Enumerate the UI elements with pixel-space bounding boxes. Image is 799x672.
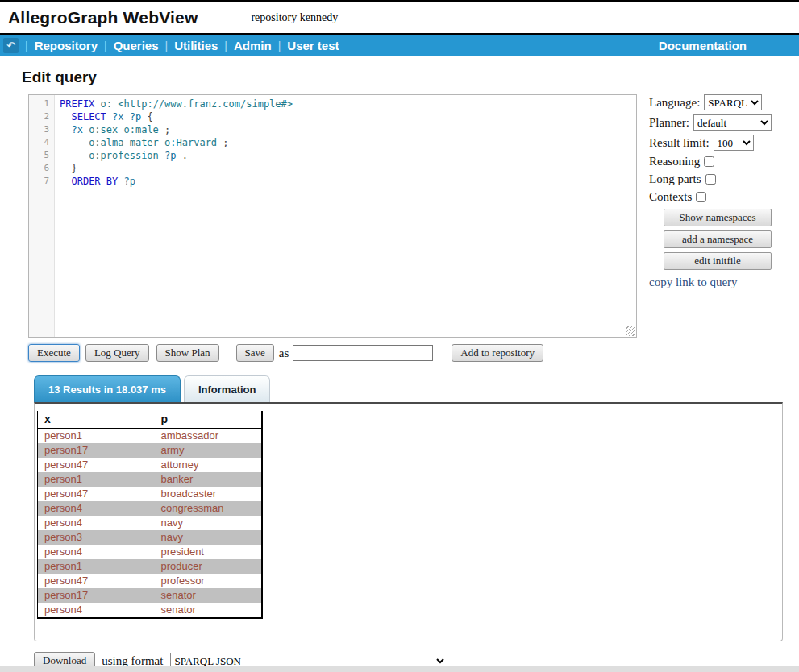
add-to-repository-button[interactable]: Add to repository [452,344,543,362]
result-limit-label: Result limit: [649,136,710,150]
line-number: 2 [29,110,55,123]
show-plan-button[interactable]: Show Plan [156,344,219,362]
result-row: person47professor [38,574,262,588]
code-line: 4 o:alma-mater o:Harvard ; [29,136,636,149]
result-cell[interactable]: navy [155,516,262,530]
results-header-row: xp [38,411,262,429]
result-cell[interactable]: person4 [38,603,155,618]
nav-separator: | [278,39,281,52]
back-icon[interactable]: ↶ [3,38,19,53]
language-select[interactable]: SPARQL [704,94,762,110]
code-line: 5 o:profession ?p . [29,149,636,162]
result-cell[interactable]: person47 [38,487,155,501]
result-cell[interactable]: person17 [38,443,155,458]
contexts-label: Contexts [649,190,692,204]
code-text: PREFIX o: <http://www.franz.com/simple#> [55,97,293,110]
nav-separator: | [104,39,107,52]
result-row: person1ambassador [38,429,262,444]
long-parts-checkbox[interactable] [705,174,716,185]
result-row: person47broadcaster [38,487,262,501]
result-cell[interactable]: person1 [38,559,155,574]
edit-initfile-button[interactable]: edit initfile [664,252,772,270]
nav-item-documentation[interactable]: Documentation [659,39,747,52]
result-cell[interactable]: producer [155,559,262,574]
repository-label: repository kennedy [251,11,338,24]
line-number: 3 [29,123,55,136]
line-number: 6 [29,162,55,175]
code-line: 6 } [29,162,636,175]
nav-item-admin[interactable]: Admin [234,39,272,52]
page-title: Edit query [22,68,799,86]
result-cell[interactable]: congressman [155,501,262,516]
result-cell[interactable]: person4 [38,545,155,559]
result-cell[interactable]: navy [155,530,262,545]
result-cell[interactable]: attorney [155,458,262,472]
result-row: person4senator [38,603,262,618]
result-cell[interactable]: person1 [38,472,155,487]
nav-separator: | [224,39,227,52]
nav-item-user-test[interactable]: User test [287,39,339,52]
code-lines: 1PREFIX o: <http://www.franz.com/simple#… [29,95,636,188]
result-cell[interactable]: person4 [38,516,155,530]
code-line: 3 ?x o:sex o:male ; [29,123,636,136]
language-label: Language: [649,96,700,110]
result-row: person4navy [38,516,262,530]
nav-item-repository[interactable]: Repository [35,39,98,52]
result-cell[interactable]: senator [155,588,262,603]
code-text: ORDER BY ?p [55,175,135,188]
nav-bar: ↶ |Repository|Queries|Utilities|Admin|Us… [0,35,799,56]
result-cell[interactable]: person17 [38,588,155,603]
result-cell[interactable]: person47 [38,458,155,472]
add-a-namespace-button[interactable]: add a namespace [664,230,772,248]
planner-select[interactable]: default [693,114,772,131]
result-cell[interactable]: broadcaster [155,487,262,501]
nav-separator: | [165,39,169,52]
show-namespaces-button[interactable]: Show namespaces [664,209,772,226]
column-header-p: p [155,411,262,429]
save-button[interactable]: Save [236,344,274,362]
tab-results[interactable]: 13 Results in 18.037 ms [34,375,181,402]
results-tabs: 13 Results in 18.037 ms Information [34,375,799,402]
result-row: person4president [38,545,262,559]
nav-items: |Repository|Queries|Utilities|Admin|User… [19,39,339,52]
nav-item-queries[interactable]: Queries [114,39,159,52]
result-limit-select[interactable]: 100 [714,135,754,151]
code-text: SELECT ?x ?p { [55,110,153,123]
result-row: person47attorney [38,458,262,472]
nav-separator: | [25,39,28,52]
result-row: person1producer [38,559,262,574]
result-cell[interactable]: person47 [38,574,155,588]
result-cell[interactable]: senator [155,603,262,618]
result-row: person4congressman [38,501,262,516]
query-editor[interactable]: 1PREFIX o: <http://www.franz.com/simple#… [28,94,637,338]
result-cell[interactable]: person1 [38,429,155,444]
result-cell[interactable]: professor [155,574,262,588]
app-title: AllegroGraph WebView [8,8,198,27]
actions-row: Execute Log Query Show Plan Save as Add … [28,344,799,362]
results-table: xp person1ambassadorperson17armyperson47… [37,411,263,619]
result-cell[interactable]: president [155,545,262,559]
result-cell[interactable]: banker [155,472,262,487]
bottom-edge [0,666,799,672]
save-name-input[interactable] [293,345,433,361]
reasoning-label: Reasoning [649,155,700,168]
tab-information[interactable]: Information [184,375,271,402]
log-query-button[interactable]: Log Query [85,344,149,362]
result-cell[interactable]: ambassador [155,429,262,444]
line-number: 5 [29,149,55,162]
header: AllegroGraph WebView repository kennedy [0,2,799,35]
code-line: 1PREFIX o: <http://www.franz.com/simple#… [29,97,636,110]
copy-link-to-query[interactable]: copy link to query [649,276,738,289]
reasoning-checkbox[interactable] [704,156,714,167]
resize-handle[interactable] [626,326,635,336]
contexts-checkbox[interactable] [696,192,706,202]
query-options-panel: Language: SPARQL Planner: default Result… [649,94,772,338]
code-line: 7 ORDER BY ?p [29,175,636,188]
execute-button[interactable]: Execute [28,344,80,362]
result-cell[interactable]: person4 [38,501,155,516]
long-parts-label: Long parts [649,172,701,186]
line-number: 1 [29,97,55,110]
nav-item-utilities[interactable]: Utilities [174,39,218,52]
result-cell[interactable]: person3 [38,530,155,545]
result-cell[interactable]: army [155,443,262,458]
